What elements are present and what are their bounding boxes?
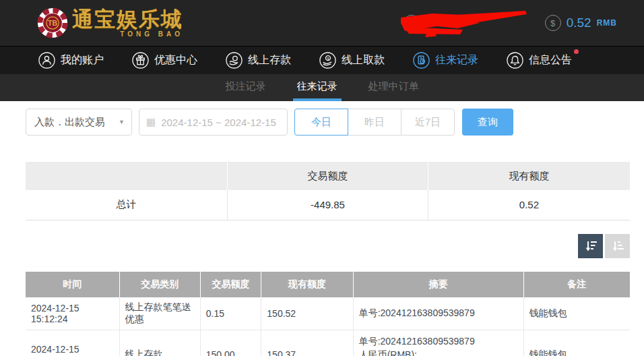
top-header: TB 通宝娱乐城 TONG BAO SU $ 0.52 RMB [0, 0, 644, 46]
date-range-value: 2024-12-15 ~ 2024-12-15 [161, 117, 276, 128]
nav-item-withdraw[interactable]: $ 线上取款 [319, 52, 385, 69]
sort-controls [26, 234, 630, 258]
content-area: 入款．出款交易 ▼ ▦ 2024-12-15 ~ 2024-12-15 今日 昨… [26, 109, 630, 356]
col-header-type: 交易类别 [119, 272, 200, 297]
transaction-type-select[interactable]: 入款．出款交易 ▼ [26, 109, 132, 136]
col-header-time: 时间 [26, 272, 119, 297]
last7days-button[interactable]: 近7日 [401, 109, 455, 136]
username-text[interactable]: SU [426, 18, 514, 28]
summary-table: 交易额度 现有额度 总计 -449.85 0.52 [26, 162, 630, 220]
filter-bar: 入款．出款交易 ▼ ▦ 2024-12-15 ~ 2024-12-15 今日 昨… [26, 109, 630, 136]
cell-remark: 钱能钱包 [523, 330, 630, 356]
sort-descending-button[interactable] [578, 234, 603, 258]
summary-total-amount: -449.85 [228, 190, 428, 220]
nav-label: 我的账户 [61, 53, 104, 67]
summary-header-amount: 交易额度 [228, 162, 428, 190]
user-icon [38, 52, 55, 69]
summary-header-balance: 现有额度 [428, 162, 630, 190]
calendar-icon: ▦ [146, 116, 156, 128]
cell-summary: 单号:202412163809539879 [353, 297, 523, 330]
svg-text:TB: TB [48, 19, 57, 27]
wallet-balance: $ 0.52 RMB [545, 15, 617, 31]
col-header-amount: 交易额度 [200, 272, 261, 297]
today-button[interactable]: 今日 [294, 109, 348, 136]
date-range-input[interactable]: ▦ 2024-12-15 ~ 2024-12-15 [139, 109, 288, 136]
quick-date-group: 今日 昨日 近7日 [294, 109, 455, 136]
nav-item-announcements[interactable]: 信息公告 [507, 52, 572, 69]
main-navigation: 我的账户 优惠中心 线上存款 $ 线上取款 往来记录 [0, 46, 644, 74]
dollar-coin-icon[interactable]: $ [545, 15, 561, 31]
cell-amount: 0.15 [200, 297, 261, 330]
col-header-balance: 现有额度 [261, 272, 353, 297]
brand-name-cn: 通宝娱乐城 [72, 9, 183, 30]
sort-ascending-button[interactable] [605, 234, 630, 258]
select-value: 入款．出款交易 [34, 116, 105, 129]
chevron-down-icon: ▼ [119, 119, 125, 125]
user-avatar-icon[interactable] [404, 15, 420, 31]
summary-total-balance: 0.52 [428, 190, 630, 220]
bell-icon [507, 52, 523, 69]
sort-desc-icon [584, 239, 598, 253]
sort-asc-icon [611, 239, 624, 253]
transactions-table: 时间 交易类别 交易额度 现有额度 摘要 备注 2024-12-15 15:12… [26, 272, 630, 356]
summary-total-row: 总计 -449.85 0.52 [26, 190, 630, 220]
table-header-row: 时间 交易类别 交易额度 现有额度 摘要 备注 [26, 272, 630, 297]
nav-label: 优惠中心 [154, 53, 197, 67]
tab-betting-records[interactable]: 投注记录 [222, 74, 270, 101]
nav-item-my-account[interactable]: 我的账户 [38, 52, 104, 69]
deposit-icon [226, 52, 243, 69]
tab-transaction-records[interactable]: 往来记录 [293, 74, 342, 101]
table-row: 2024-12-15 15:12:24 线上存款 150.00 150.37 单… [26, 330, 630, 356]
balance-amount: 0.52 [567, 16, 591, 30]
cell-time: 2024-12-15 15:12:24 [26, 297, 119, 330]
summary-total-label: 总计 [26, 190, 228, 220]
cell-time: 2024-12-15 15:12:24 [26, 330, 119, 356]
cell-balance: 150.37 [261, 330, 353, 356]
table-row: 2024-12-15 15:12:24 线上存款笔笔送优惠 0.15 150.5… [26, 297, 630, 330]
nav-label: 信息公告 [529, 53, 572, 67]
user-area: SU $ 0.52 RMB [404, 15, 617, 31]
col-header-remark: 备注 [523, 272, 630, 297]
notification-dot [574, 49, 579, 54]
sub-navigation: 投注记录 往来记录 处理中订单 [0, 74, 644, 101]
search-button[interactable]: 查询 [462, 109, 513, 136]
nav-item-deposit[interactable]: 线上存款 [226, 52, 291, 69]
nav-item-promotions[interactable]: 优惠中心 [132, 52, 197, 69]
nav-label: 线上存款 [248, 53, 291, 67]
balance-currency: RMB [597, 18, 617, 28]
cell-type: 线上存款笔笔送优惠 [119, 297, 200, 330]
cell-type: 线上存款 [119, 330, 200, 356]
brand-name-en: TONG BAO [72, 31, 183, 38]
tab-pending-orders[interactable]: 处理中订单 [364, 74, 423, 101]
cell-amount: 150.00 [200, 330, 261, 356]
summary-header-empty [26, 162, 228, 190]
cell-remark: 钱能钱包 [523, 297, 630, 330]
gift-icon [132, 52, 149, 69]
withdraw-icon: $ [319, 52, 336, 69]
nav-label: 往来记录 [435, 53, 478, 67]
brand-logo[interactable]: TB 通宝娱乐城 TONG BAO [37, 7, 183, 38]
col-header-summary: 摘要 [353, 272, 523, 297]
nav-label: 线上取款 [342, 53, 385, 67]
casino-chip-icon: TB [37, 7, 68, 38]
summary-header-row: 交易额度 现有额度 [26, 162, 630, 190]
nav-item-transactions[interactable]: 往来记录 [413, 52, 478, 69]
yesterday-button[interactable]: 昨日 [348, 109, 401, 136]
cell-balance: 150.52 [261, 297, 353, 330]
records-icon [413, 52, 430, 69]
cell-summary: 单号:202412163809539879 人民币(RMB): 150 [353, 330, 523, 356]
